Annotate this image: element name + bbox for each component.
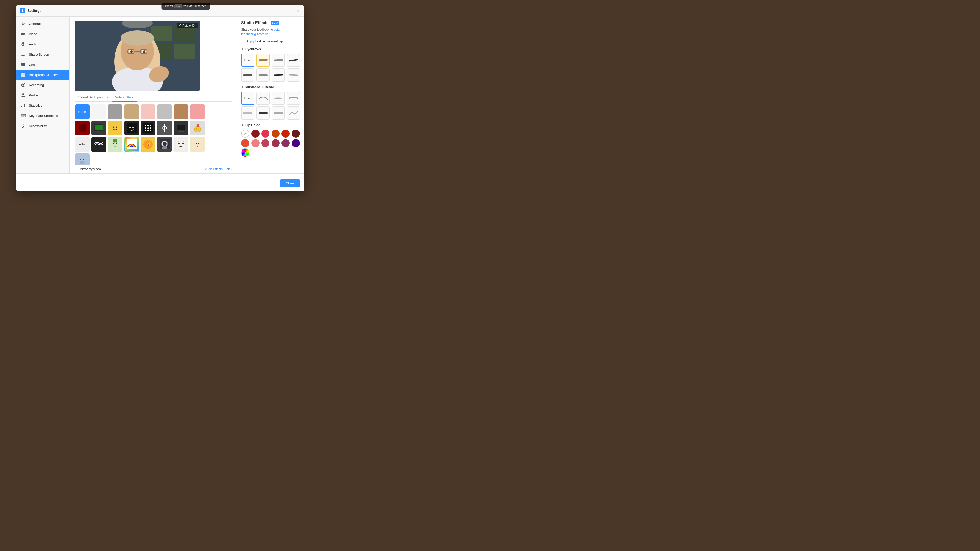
- rotate-button[interactable]: ↺ Rotate 90°: [177, 23, 198, 28]
- filter-rose[interactable]: [190, 104, 205, 119]
- share-screen-icon: [20, 51, 26, 57]
- sidebar-item-chat[interactable]: Chat: [16, 59, 69, 70]
- filter-brown[interactable]: [173, 104, 188, 119]
- eyebrow-5[interactable]: [256, 68, 270, 82]
- lip-color-none[interactable]: ⊘: [241, 130, 249, 138]
- sidebar-item-video[interactable]: Video: [16, 29, 69, 39]
- eyebrow-7[interactable]: [287, 68, 300, 82]
- lip-color-6[interactable]: [241, 139, 249, 147]
- tab-video-filters[interactable]: Video Filters: [111, 94, 137, 102]
- video-preview: ↺ Rotate 90°: [75, 21, 200, 91]
- mustache-none[interactable]: None: [241, 92, 255, 105]
- apply-all-meetings-checkbox[interactable]: [241, 40, 245, 43]
- filter-red-frame[interactable]: [75, 121, 89, 135]
- svg-point-30: [143, 50, 145, 53]
- lip-color-4[interactable]: [282, 130, 290, 138]
- eyebrow-none[interactable]: None: [241, 54, 255, 67]
- mustache-2[interactable]: [272, 92, 285, 105]
- main-panel: ↺ Rotate 90° Virtual Backgrounds Video F…: [70, 17, 237, 173]
- sidebar-label-profile: Profile: [29, 94, 38, 97]
- lip-color-8[interactable]: [261, 139, 269, 147]
- mirror-checkbox-label[interactable]: Mirror my video: [75, 167, 101, 171]
- eyebrows-header[interactable]: ▼ Eyebrows: [241, 47, 301, 51]
- filter-rainbow[interactable]: [124, 137, 139, 152]
- filter-pizza[interactable]: 🍕: [141, 137, 156, 152]
- sidebar-item-general[interactable]: ⚙ General: [16, 19, 69, 29]
- filter-none[interactable]: None: [75, 104, 89, 119]
- lip-color-10[interactable]: [282, 139, 290, 147]
- filter-gray[interactable]: [108, 104, 123, 119]
- lip-color-3[interactable]: [272, 130, 280, 138]
- filter-white[interactable]: [91, 104, 106, 119]
- mustache-3[interactable]: [287, 92, 300, 105]
- filter-tan[interactable]: [124, 104, 139, 119]
- filter-dark-smiley[interactable]: [124, 121, 139, 135]
- eyebrow-4[interactable]: [241, 68, 255, 82]
- eyebrow-6[interactable]: [272, 68, 285, 82]
- lip-color-5[interactable]: [292, 130, 300, 138]
- lip-color-9[interactable]: [272, 139, 280, 147]
- svg-point-90: [80, 159, 81, 160]
- filter-smiley[interactable]: [108, 121, 123, 135]
- eyebrow-3[interactable]: [287, 54, 300, 67]
- filter-face2[interactable]: [190, 137, 205, 152]
- studio-effects-link[interactable]: Studio Effects (Beta): [204, 167, 232, 171]
- filter-crosshair[interactable]: [157, 121, 172, 135]
- eyebrow-alt-arch[interactable]: Alt Arch: [256, 54, 270, 67]
- filter-astronaut[interactable]: [157, 137, 172, 152]
- filter-dots[interactable]: [141, 121, 156, 135]
- svg-point-48: [147, 125, 149, 126]
- eyebrow-2[interactable]: [272, 54, 285, 67]
- lip-color-chevron: ▼: [241, 124, 244, 127]
- filter-monitor[interactable]: [173, 121, 188, 135]
- mustache-5[interactable]: [256, 106, 270, 120]
- sidebar-item-statistics[interactable]: Statistics: [16, 100, 69, 110]
- mustache-6[interactable]: [272, 106, 285, 120]
- sidebar-item-accessibility[interactable]: Accessibility: [16, 121, 69, 131]
- mustache-header[interactable]: ▼ Mustache & Beard: [241, 85, 301, 89]
- mirror-checkbox[interactable]: [75, 168, 78, 171]
- lip-color-grid: ⊘: [241, 130, 301, 157]
- lip-color-header[interactable]: ▼ Lip Color: [241, 123, 301, 127]
- sidebar-item-audio[interactable]: Audio: [16, 39, 69, 49]
- filter-stars[interactable]: ✦✦: [173, 137, 188, 152]
- filter-sprout[interactable]: [108, 137, 123, 152]
- audio-icon: [20, 41, 26, 47]
- svg-rect-19: [174, 26, 195, 41]
- tab-virtual-backgrounds[interactable]: Virtual Backgrounds: [75, 94, 111, 102]
- video-placeholder: [75, 21, 200, 91]
- filter-tv[interactable]: [91, 121, 106, 135]
- lip-color-7[interactable]: [251, 139, 259, 147]
- dialog-close-button[interactable]: ×: [295, 8, 301, 13]
- fullscreen-notification: Press Esc to exit full screen: [161, 3, 210, 10]
- svg-point-79: [162, 142, 167, 146]
- mustache-4[interactable]: [241, 106, 255, 120]
- sidebar-item-share-screen[interactable]: Share Screen: [16, 49, 69, 59]
- filter-medal[interactable]: 1st: [190, 121, 205, 135]
- svg-rect-92: [80, 162, 85, 164]
- lip-color-11[interactable]: [292, 139, 300, 147]
- se-bottom-bar: Close: [16, 173, 304, 191]
- sidebar-item-background-filters[interactable]: Background & Filters: [16, 70, 69, 80]
- mustache-1[interactable]: [256, 92, 270, 105]
- svg-point-49: [150, 125, 151, 126]
- svg-point-69: [113, 143, 114, 144]
- mustache-7[interactable]: [287, 106, 300, 120]
- sidebar-item-recording[interactable]: Recording: [16, 80, 69, 90]
- sidebar-item-profile[interactable]: Profile: [16, 90, 69, 100]
- sidebar-label-statistics: Statistics: [29, 103, 42, 107]
- svg-point-51: [147, 127, 149, 129]
- lip-color-1[interactable]: [251, 130, 259, 138]
- bottom-bar: Mirror my video Studio Effects (Beta): [70, 165, 237, 173]
- filter-pink-light[interactable]: [141, 104, 156, 119]
- filter-silver[interactable]: [157, 104, 172, 119]
- filter-eyebrow[interactable]: [91, 137, 106, 152]
- sidebar-item-keyboard-shortcuts[interactable]: ⌨ Keyboard Shortcuts: [16, 110, 69, 121]
- close-main-button[interactable]: Close: [280, 179, 301, 187]
- filter-huh[interactable]: Huh?: [75, 137, 89, 152]
- filter-mask[interactable]: [75, 153, 89, 165]
- svg-text:✦: ✦: [183, 140, 185, 142]
- filter-tabs: Virtual Backgrounds Video Filters: [75, 94, 232, 102]
- lip-color-picker[interactable]: [241, 148, 249, 157]
- lip-color-2[interactable]: [261, 130, 269, 138]
